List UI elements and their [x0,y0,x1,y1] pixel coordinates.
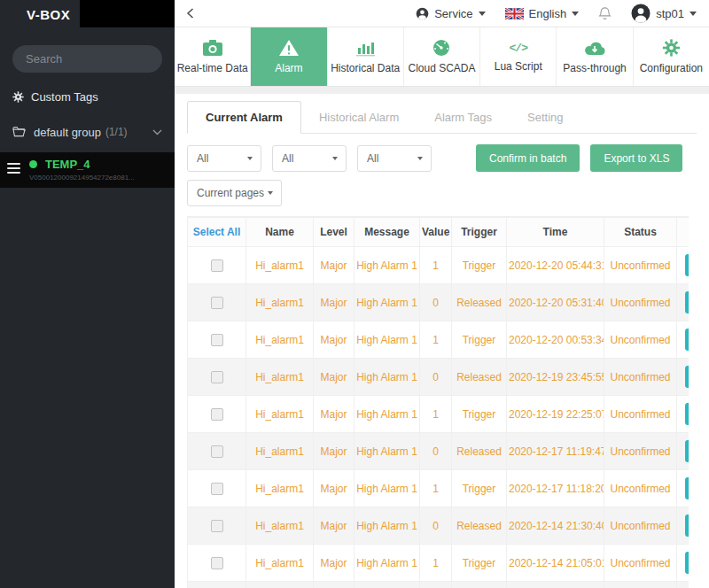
row-checkbox[interactable] [211,408,223,421]
row-checkbox[interactable] [211,520,223,532]
filter-select-2[interactable]: All [272,145,347,172]
cell-select [188,321,246,359]
cell-trigger: Trigger [452,396,507,433]
cell-message: High Alarm 1 [354,359,420,396]
row-checkbox[interactable] [211,297,223,309]
cell-select [188,507,246,545]
select-all-header[interactable]: Select All [188,218,246,247]
filter-select-1[interactable]: All [187,145,261,172]
cell-trigger: Released [452,433,507,470]
cell-status: Unconfirmed [604,321,677,359]
service-label: Service [434,7,472,20]
pages-scope-select[interactable]: Current pages [187,180,282,206]
cell-message: High Alarm 1 [354,470,420,507]
filter-select-3[interactable]: All [357,145,432,172]
row-confirm-button[interactable]: Confirm [685,329,690,351]
cell-action: Confirm [677,321,690,359]
cell-level: Major [314,321,354,359]
cell-name: Hi_alarm1 [246,545,314,582]
table-row: Hi_alarm1 Major High Alarm 1 0 Released … [188,359,690,396]
cell-name: Hi_alarm1 [246,396,314,433]
header-level: Level [314,218,354,247]
header-name: Name [246,218,314,247]
alarm-warning-icon [278,39,300,57]
user-menu[interactable]: stp01 [631,4,697,23]
cell-name: Hi_alarm1 [246,359,314,396]
table-row: Hi_alarm1 Major High Alarm 1 0 Released … [188,433,690,470]
bell-icon[interactable] [598,6,612,20]
cell-action: Confirm [677,507,690,545]
row-confirm-button[interactable]: Confirm [685,366,690,388]
tab-lua-script[interactable]: </> Lua Script [479,27,556,86]
sidebar-search[interactable] [12,45,162,73]
tab-realtime-data[interactable]: Real-time Data [175,27,250,86]
subtab-alarm-tags[interactable]: Alarm Tags [417,102,510,133]
subtab-current-alarm[interactable]: Current Alarm [187,101,301,134]
language-menu[interactable]: English [505,7,580,20]
gear-icon [662,39,681,57]
cell-time: 2020-12-19 23:45:55 [507,359,604,396]
cell-message: High Alarm 1 [354,545,420,582]
cell-name: Hi_alarm1 [246,284,314,321]
cell-level: Major [314,247,354,284]
row-confirm-button[interactable]: Confirm [685,477,690,499]
cell-status: Unconfirmed [604,396,677,433]
sidebar-header: V-BOX [0,0,175,29]
table-row: Hi_alarm1 Major High Alarm 1 1 Trigger 2… [188,321,690,359]
cell-select [188,284,246,321]
sidebar-tag-item[interactable]: TEMP_4 V0500120009214954272e8081... [0,152,175,188]
row-checkbox[interactable] [211,334,223,346]
camera-icon [202,39,223,57]
cell-action: Confirm [677,247,690,284]
cell-select [188,359,246,396]
search-input[interactable] [26,52,182,66]
cell-status: Unconfirmed [604,284,677,321]
cell-time: 2020-12-14 21:30:40 [507,507,604,545]
tab-cloud-scada[interactable]: Cloud SCADA [403,27,479,86]
tab-historical-data[interactable]: Historical Data [327,27,403,86]
cell-level: Major [314,545,354,582]
cell-level: Major [314,433,354,470]
subtab-setting[interactable]: Setting [510,102,580,133]
row-confirm-button[interactable]: Confirm [685,403,690,425]
confirm-in-batch-button[interactable]: Confirm in batch [476,144,580,172]
sidebar-group-default[interactable]: default group (1/1) [0,122,175,142]
row-checkbox[interactable] [211,483,223,495]
drag-handle-icon[interactable] [7,163,20,176]
chevron-down-icon[interactable] [152,129,162,135]
header-status: Status [604,218,677,247]
cell-time: 2020-12-17 11:19:47 [507,433,604,470]
caret-down-icon [332,157,338,160]
row-checkbox[interactable] [211,557,223,569]
app-title: V-BOX [0,7,70,22]
cell-select [188,582,246,588]
export-to-xls-button[interactable]: Export to XLS [590,144,682,172]
tag-serial: V0500120009214954272e8081... [29,174,135,182]
sidebar-item-custom-tags[interactable]: Custom Tags [0,87,175,106]
row-confirm-button[interactable]: Confirm [685,552,690,574]
cell-select [188,470,246,507]
row-confirm-button[interactable]: Confirm [685,514,690,537]
caret-down-icon [417,157,423,160]
cell-trigger: Trigger [452,545,507,582]
row-checkbox[interactable] [211,371,223,383]
username-label: stp01 [656,7,684,20]
subtab-historical-alarm[interactable]: Historical Alarm [301,102,417,133]
cell-action: Confirm [677,545,690,582]
service-menu[interactable]: Service [416,7,485,20]
row-checkbox[interactable] [211,445,223,458]
back-icon[interactable] [186,8,194,19]
cell-status: Unconfirmed [604,470,677,507]
tab-configuration[interactable]: Configuration [633,27,709,86]
row-confirm-button[interactable]: Confirm [685,254,690,276]
cell-value: 1 [420,321,452,359]
row-confirm-button[interactable]: Confirm [685,291,690,313]
row-confirm-button[interactable]: Confirm [685,440,690,462]
tab-alarm[interactable]: Alarm [250,27,326,86]
row-checkbox[interactable] [211,259,223,272]
cell-time: 2020-12-20 05:44:31 [507,247,604,284]
main-area: Service English stp01 Real-time Data Ala… [175,0,709,588]
caret-down-icon [690,12,697,16]
tab-pass-through[interactable]: Pass-through [556,27,632,86]
cell-level: Major [314,284,354,321]
